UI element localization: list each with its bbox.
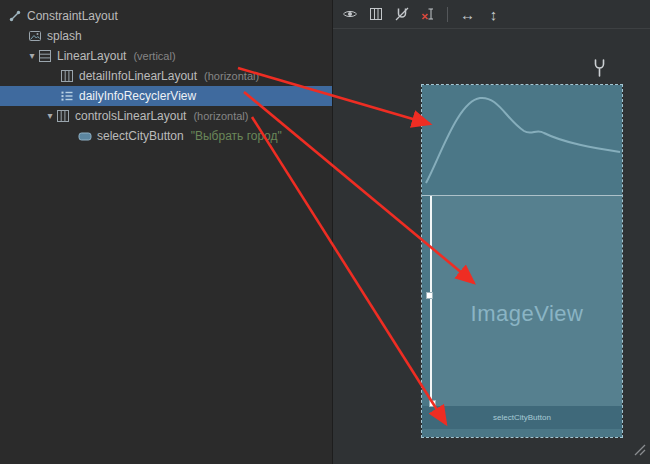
imageview-label: ImageView (471, 301, 584, 327)
tree-item-label: selectCityButton (97, 129, 184, 143)
constraint-layout-icon (8, 9, 22, 23)
tree-item-text-value: "Выбрать город" (191, 129, 282, 143)
imageview-preview[interactable]: ImageView (430, 196, 622, 406)
clear-constraints-icon[interactable] (419, 6, 436, 23)
column-guides-icon[interactable] (367, 6, 384, 23)
tree-item-controlslinearlayout[interactable]: controlsLinearLayout (horizontal) (0, 106, 332, 126)
toolbar-separator (447, 7, 448, 22)
tree-item-annotation: (vertical) (133, 50, 175, 62)
design-surface-panel: ImageView selectCityButton (332, 0, 650, 464)
resize-handle-bottom-left[interactable] (429, 400, 436, 407)
chevron-down-icon[interactable] (26, 51, 38, 61)
tree-item-label: splash (47, 29, 82, 43)
tree-item-label: controlsLinearLayout (75, 109, 186, 123)
linear-layout-vertical-icon (38, 49, 52, 63)
expand-horizontal-icon[interactable] (459, 6, 476, 23)
tree-item-annotation: (horizontal) (193, 110, 248, 122)
chevron-down-icon[interactable] (44, 111, 56, 121)
tree-item-label: dailyInfoRecyclerView (79, 89, 196, 103)
design-toolbar (333, 0, 650, 29)
tree-item-linearlayout[interactable]: LinearLayout (vertical) (0, 46, 332, 66)
tree-item-constraintlayout[interactable]: ConstraintLayout (0, 6, 332, 26)
select-city-button-label: selectCityButton (493, 413, 551, 422)
detail-info-section[interactable] (422, 85, 622, 195)
autoconnect-off-icon[interactable] (393, 6, 410, 23)
view-options-icon[interactable] (341, 6, 358, 23)
linear-layout-horizontal-icon (60, 69, 74, 83)
controls-section[interactable]: selectCityButton (422, 406, 622, 429)
expand-vertical-icon[interactable] (485, 6, 502, 23)
plug-icon[interactable] (592, 58, 607, 81)
component-tree-panel: ConstraintLayout splash LinearLayout (ve… (0, 0, 332, 464)
design-canvas[interactable]: ImageView selectCityButton (333, 28, 650, 464)
tree-item-dailyinforecyclerview[interactable]: dailyInfoRecyclerView (0, 86, 332, 106)
resize-grip-icon[interactable] (631, 441, 647, 461)
chart-curve (422, 85, 622, 195)
device-preview[interactable]: ImageView selectCityButton (422, 85, 622, 437)
tree-item-label: LinearLayout (57, 49, 126, 63)
tree-item-annotation: (horizontal) (204, 70, 259, 82)
layout-editor-window: ConstraintLayout splash LinearLayout (ve… (0, 0, 650, 464)
recycler-view-icon (60, 89, 74, 103)
tree-item-selectcitybutton[interactable]: selectCityButton "Выбрать город" (0, 126, 332, 146)
button-icon (78, 129, 92, 143)
image-view-icon (28, 29, 42, 43)
resize-handle-left[interactable] (426, 292, 433, 299)
linear-layout-horizontal-icon (56, 109, 70, 123)
tree-item-label: detailInfoLinearLayout (79, 69, 197, 83)
tree-item-label: ConstraintLayout (27, 9, 118, 23)
tree-item-splash[interactable]: splash (0, 26, 332, 46)
tree-item-detailinfolinearlayout[interactable]: detailInfoLinearLayout (horizontal) (0, 66, 332, 86)
